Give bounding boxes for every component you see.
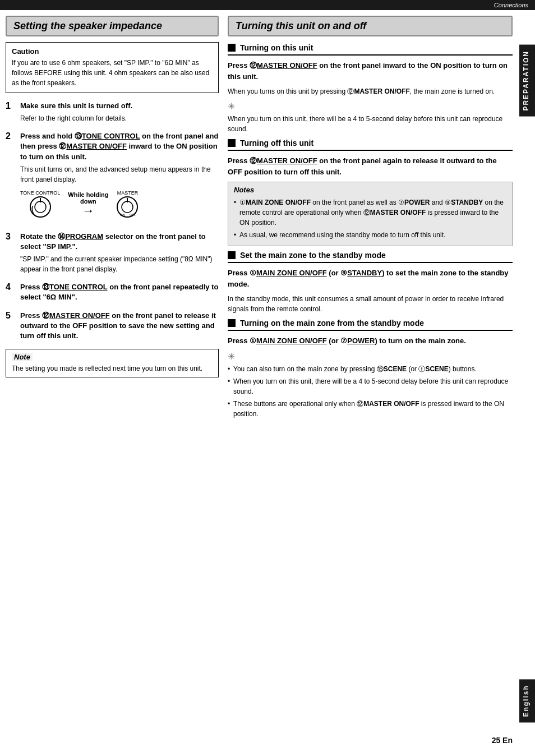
divider-1 <box>228 54 513 56</box>
tip-icon-4: ✳ <box>228 351 513 362</box>
master-label: MASTER <box>117 190 139 196</box>
while-holding-text: While holdingdown <box>68 191 108 205</box>
heading-text-from-standby: Turning on the main zone from the standb… <box>240 319 424 328</box>
heading-from-standby: Turning on the main zone from the standb… <box>228 319 513 328</box>
left-column: Setting the speaker impedance Caution If… <box>6 16 219 421</box>
heading-turning-on: Turning on this unit <box>228 43 513 52</box>
step-2-diagram: TONE CONTROL While holdingdown → MASTER <box>6 185 219 224</box>
tone-control-group: TONE CONTROL <box>20 190 60 218</box>
tip-1-group: ✳ When you turn on this unit, there will… <box>228 101 513 134</box>
press-instruction-3: Press ①MAIN ZONE ON/OFF (or ⑨STANDBY) to… <box>228 268 513 289</box>
step-4-header: 4 Press ⑬TONE CONTROL on the front panel… <box>6 282 219 302</box>
step-1-header: 1 Make sure this unit is turned off. <box>6 101 219 111</box>
tip-icon-1: ✳ <box>228 101 513 112</box>
top-bar: Connections <box>0 0 535 10</box>
step-3-title: Rotate the ⑭PROGRAM selector on the fron… <box>20 232 219 252</box>
top-bar-text: Connections <box>494 2 528 8</box>
notes-item-2: As usual, we recommend using the standby… <box>234 230 506 240</box>
page-number: 25 En <box>492 736 513 745</box>
step-3-header: 3 Rotate the ⑭PROGRAM selector on the fr… <box>6 232 219 252</box>
svg-text:OFF: OFF <box>130 213 136 216</box>
step-1-title: Make sure this unit is turned off. <box>20 101 132 111</box>
while-holding-group: While holdingdown → <box>68 191 108 217</box>
step-2-title: Press and hold ⑬TONE CONTROL on the fron… <box>20 131 219 162</box>
step-2-number: 2 <box>6 131 16 162</box>
black-square-icon-4 <box>228 319 236 327</box>
caution-box: Caution If you are to use 6 ohm speakers… <box>6 42 219 93</box>
svg-point-4 <box>122 201 133 213</box>
divider-4 <box>228 330 513 331</box>
step-4-title: Press ⑬TONE CONTROL on the front panel r… <box>20 282 219 302</box>
notes-box: Notes ①MAIN ZONE ON/OFF on the front pan… <box>228 182 513 246</box>
black-square-icon-3 <box>228 251 236 259</box>
tone-control-knob-icon <box>29 196 52 218</box>
side-tab-english: English <box>519 679 535 722</box>
heading-standby: Set the main zone to the standby mode <box>228 251 513 260</box>
description-3: In the standby mode, this unit consumes … <box>228 294 513 314</box>
press-instruction-4: Press ①MAIN ZONE ON/OFF (or ⑦POWER) to t… <box>228 335 513 347</box>
notes-title: Notes <box>234 186 506 194</box>
description-1: When you turns on this unit by pressing … <box>228 86 513 96</box>
master-knob-icon: ON OFF <box>116 196 139 218</box>
caution-title: Caution <box>12 47 213 56</box>
left-section-title: Setting the speaker impedance <box>6 16 219 36</box>
divider-2 <box>228 150 513 151</box>
press-instruction-2: Press ⑫MASTER ON/OFF on the front panel … <box>228 155 513 177</box>
tone-control-label: TONE CONTROL <box>20 190 60 196</box>
black-square-icon <box>228 44 236 52</box>
step-3-body: "SP IMP." and the current speaker impeda… <box>6 254 219 274</box>
step-1: 1 Make sure this unit is turned off. Ref… <box>6 101 219 123</box>
step-3: 3 Rotate the ⑭PROGRAM selector on the fr… <box>6 232 219 274</box>
step-5-header: 5 Press ⑫MASTER ON/OFF on the front pane… <box>6 311 219 342</box>
heading-text-standby: Set the main zone to the standby mode <box>240 251 386 260</box>
step-5: 5 Press ⑫MASTER ON/OFF on the front pane… <box>6 311 219 342</box>
heading-text-turning-off: Turning off this unit <box>240 139 313 147</box>
black-square-icon-2 <box>228 139 236 147</box>
tip-item-1: You can also turn on the main zone by pr… <box>228 364 513 374</box>
note-title: Note <box>12 353 33 361</box>
right-section-title: Turning this unit on and off <box>228 16 513 36</box>
step-3-number: 3 <box>6 232 16 252</box>
press-instruction-1: Press ⑫MASTER ON/OFF on the front panel … <box>228 60 513 82</box>
step-4-number: 4 <box>6 282 16 302</box>
svg-text:ON: ON <box>120 213 125 216</box>
arrow-icon: → <box>82 205 94 217</box>
step-1-number: 1 <box>6 101 16 111</box>
notes-item-1: ①MAIN ZONE ON/OFF on the front panel as … <box>234 197 506 228</box>
step-2-body: This unit turns on, and the advanced set… <box>6 164 219 185</box>
svg-point-1 <box>35 201 46 213</box>
tip-4-group: ✳ You can also turn on the main zone by … <box>228 351 513 419</box>
step-2-header: 2 Press and hold ⑬TONE CONTROL on the fr… <box>6 131 219 162</box>
tip-text-1: When you turn on this unit, there will b… <box>228 114 513 134</box>
side-tab-preparation: PREPARATION <box>519 45 535 117</box>
tip-item-3: These buttons are operational only when … <box>228 399 513 419</box>
note-text: The setting you made is reflected next t… <box>12 363 213 374</box>
step-2: 2 Press and hold ⑬TONE CONTROL on the fr… <box>6 131 219 224</box>
step-5-title: Press ⑫MASTER ON/OFF on the front panel … <box>20 311 219 342</box>
heading-text-turning-on: Turning on this unit <box>240 43 313 52</box>
note-box: Note The setting you made is reflected n… <box>6 349 219 377</box>
step-5-number: 5 <box>6 311 16 342</box>
right-column: Turning this unit on and off Turning on … <box>228 16 513 421</box>
heading-turning-off: Turning off this unit <box>228 139 513 147</box>
main-content: Setting the speaker impedance Caution If… <box>0 10 519 427</box>
tip-item-2: When you turn on this unit, there will b… <box>228 376 513 397</box>
step-1-body: Refer to the right column for details. <box>6 113 219 123</box>
master-group: MASTER ON OFF <box>116 190 139 218</box>
caution-text: If you are to use 6 ohm speakers, set "S… <box>12 58 213 88</box>
step-4: 4 Press ⑬TONE CONTROL on the front panel… <box>6 282 219 302</box>
divider-3 <box>228 262 513 263</box>
